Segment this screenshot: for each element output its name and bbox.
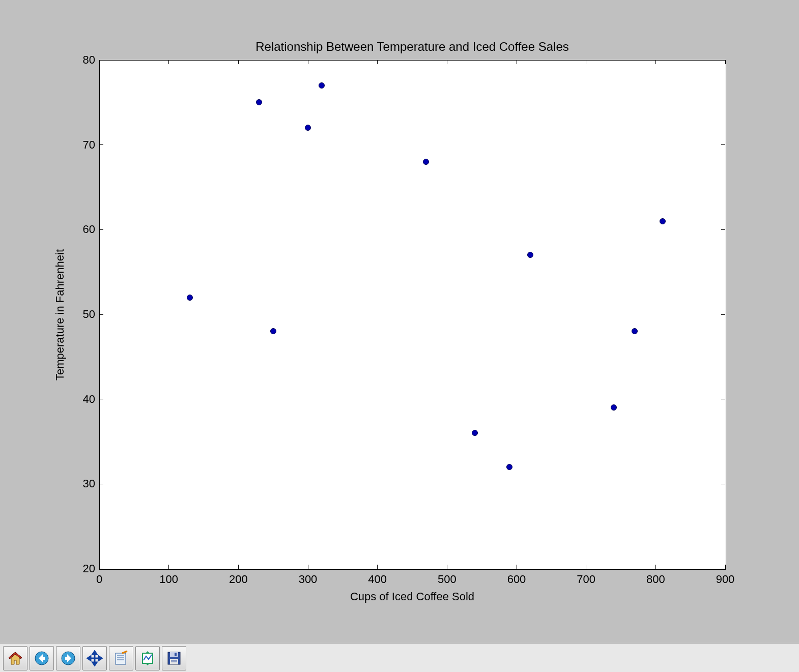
svg-line-16 (122, 651, 127, 653)
data-point (611, 404, 617, 411)
x-tick-mark (308, 565, 308, 569)
svg-marker-8 (93, 651, 97, 654)
zoom-button[interactable] (109, 646, 133, 670)
data-point (305, 125, 311, 131)
x-tick-label: 200 (229, 573, 248, 586)
y-axis-label: Temperature in Fahrenheit (53, 249, 67, 381)
svg-rect-22 (175, 653, 177, 656)
data-point (256, 99, 262, 105)
x-tick-label: 900 (716, 573, 735, 586)
chart-title: Relationship Between Temperature and Ice… (99, 40, 725, 54)
x-tick-label: 400 (368, 573, 387, 586)
y-tick-label: 80 (78, 53, 95, 67)
svg-rect-21 (170, 652, 178, 657)
subplots-icon (139, 650, 156, 666)
x-tick-mark (725, 60, 726, 64)
svg-marker-9 (93, 662, 97, 665)
x-tick-label: 600 (507, 573, 526, 586)
svg-marker-18 (146, 651, 150, 653)
y-tick-label: 60 (78, 223, 95, 236)
y-tick-label: 70 (78, 138, 95, 152)
axes-area (99, 60, 726, 570)
y-tick-label: 30 (78, 477, 95, 490)
y-tick-mark (721, 314, 725, 315)
save-button[interactable] (162, 646, 186, 670)
x-tick-mark (377, 60, 378, 64)
figure-toolbar (0, 643, 799, 672)
x-tick-mark (377, 565, 378, 569)
y-tick-label: 20 (78, 562, 95, 575)
y-tick-label: 50 (78, 308, 95, 321)
y-tick-mark (99, 229, 103, 230)
move-icon (87, 650, 103, 666)
svg-rect-12 (116, 653, 126, 664)
y-tick-mark (721, 144, 725, 145)
x-tick-mark (168, 60, 169, 64)
forward-button[interactable] (56, 646, 80, 670)
data-point (270, 328, 276, 334)
x-tick-mark (655, 565, 656, 569)
y-tick-mark (721, 60, 725, 61)
x-tick-mark (517, 565, 517, 569)
svg-marker-11 (99, 656, 102, 660)
x-axis-label: Cups of Iced Coffee Sold (99, 590, 725, 603)
home-button[interactable] (3, 646, 27, 670)
x-tick-mark (586, 60, 586, 64)
y-tick-mark (721, 399, 725, 399)
x-tick-mark (99, 60, 100, 64)
arrow-right-icon (60, 650, 76, 666)
data-point (632, 328, 638, 334)
data-point (527, 252, 533, 258)
x-tick-mark (447, 565, 447, 569)
x-tick-mark (517, 60, 517, 64)
x-tick-label: 300 (299, 573, 318, 586)
y-tick-mark (99, 569, 103, 569)
svg-marker-19 (146, 663, 150, 665)
y-tick-label: 40 (78, 393, 95, 406)
arrow-left-icon (34, 650, 50, 666)
x-tick-label: 500 (438, 573, 456, 586)
y-tick-mark (99, 399, 103, 399)
x-tick-mark (168, 565, 169, 569)
x-tick-label: 100 (159, 573, 178, 586)
x-tick-label: 700 (577, 573, 595, 586)
data-point (660, 218, 666, 224)
data-point (472, 430, 478, 436)
y-tick-mark (99, 484, 103, 484)
y-tick-mark (99, 60, 103, 61)
data-point (319, 82, 325, 89)
pan-button[interactable] (82, 646, 107, 670)
back-button[interactable] (30, 646, 54, 670)
x-tick-mark (238, 60, 239, 64)
zoom-rect-icon (113, 650, 129, 666)
x-tick-mark (238, 565, 239, 569)
x-tick-mark (586, 565, 586, 569)
x-tick-label: 0 (96, 573, 102, 586)
x-tick-mark (447, 60, 447, 64)
data-point (187, 295, 193, 301)
x-tick-label: 800 (646, 573, 665, 586)
y-tick-mark (99, 144, 103, 145)
subplots-button[interactable] (135, 646, 160, 670)
figure-canvas: Relationship Between Temperature and Ice… (0, 0, 799, 643)
y-tick-mark (721, 569, 725, 569)
y-tick-mark (721, 484, 725, 484)
home-icon (7, 650, 23, 666)
y-tick-mark (721, 229, 725, 230)
x-tick-mark (308, 60, 308, 64)
svg-marker-10 (88, 656, 91, 660)
data-point (506, 464, 512, 470)
floppy-disk-icon (166, 650, 182, 666)
y-tick-mark (99, 314, 103, 315)
x-tick-mark (655, 60, 656, 64)
data-point (423, 159, 429, 165)
